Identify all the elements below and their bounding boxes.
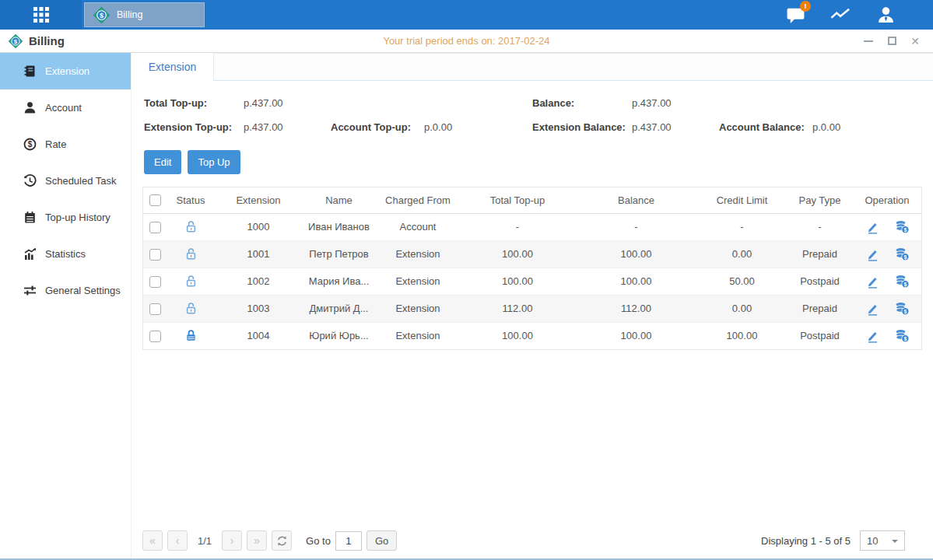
- sidebar-item-rate[interactable]: $ Rate: [0, 126, 131, 163]
- maximize-button[interactable]: [886, 36, 897, 47]
- row-checkbox[interactable]: [149, 276, 161, 288]
- column-status: Status: [167, 187, 215, 213]
- extension-table: Status Extension Name Charged From Total…: [142, 187, 922, 350]
- goto-label: Go to: [306, 535, 331, 547]
- top-up-coins-icon[interactable]: $: [895, 275, 910, 289]
- sliders-icon: [23, 284, 37, 297]
- cell-pay-type: Prepaid: [787, 240, 853, 268]
- row-checkbox[interactable]: [149, 303, 161, 315]
- sidebar-item-statistics[interactable]: Statistics: [0, 236, 131, 272]
- column-extension: Extension: [215, 187, 302, 213]
- chevron-down-icon: [892, 540, 898, 546]
- sidebar-item-account[interactable]: Account: [0, 89, 131, 126]
- table-row: 1001 Петр Петров Extension 100.00 100.00…: [143, 240, 921, 268]
- pagination-bar: « ‹ 1/1 › » Go to Go Displaying: [132, 526, 933, 558]
- extension-balance-value: p.437.00: [632, 121, 719, 133]
- cell-charged-from: Extension: [376, 295, 460, 322]
- cell-charged-from: Extension: [376, 322, 460, 349]
- minimize-button[interactable]: [863, 36, 874, 47]
- topbar-actions: !: [785, 0, 933, 30]
- unlocked-icon[interactable]: [184, 220, 198, 233]
- next-page-icon: ›: [230, 534, 234, 547]
- next-page-button[interactable]: ›: [222, 530, 242, 551]
- cell-charged-from: Account: [376, 213, 460, 240]
- sidebar: Extension Account $ Rate: [0, 53, 131, 558]
- unlocked-icon[interactable]: [184, 275, 198, 288]
- unlocked-icon[interactable]: [184, 247, 198, 261]
- minimize-icon: [864, 40, 873, 42]
- total-topup-label: Total Top-up:: [144, 97, 244, 109]
- go-button[interactable]: Go: [367, 530, 397, 551]
- column-credit-limit: Credit Limit: [697, 187, 787, 213]
- column-charged-from: Charged From: [376, 187, 460, 213]
- top-up-coins-icon[interactable]: $: [895, 329, 910, 343]
- account-topup-label: Account Top-up:: [331, 121, 424, 133]
- close-button[interactable]: ✕: [910, 36, 921, 47]
- sidebar-item-label: General Settings: [45, 285, 121, 296]
- first-page-button[interactable]: «: [142, 530, 163, 551]
- cell-pay-type: Prepaid: [787, 295, 853, 322]
- tab-strip-spacer: [214, 53, 933, 81]
- page-size-dropdown[interactable]: 10: [860, 530, 905, 551]
- sidebar-item-general-settings[interactable]: General Settings: [0, 272, 131, 309]
- account-topup-value: p.0.00: [424, 121, 511, 133]
- user-account-button[interactable]: [875, 5, 896, 25]
- table-row: 1002 Мария Ива... Extension 100.00 100.0…: [143, 268, 921, 295]
- cell-balance: -: [575, 213, 697, 240]
- cell-extension: 1000: [215, 213, 302, 240]
- cell-name: Юрий Юрь...: [302, 322, 376, 349]
- edit-button[interactable]: Edit: [144, 150, 181, 174]
- cell-name: Иван Иванов: [302, 213, 376, 240]
- row-checkbox[interactable]: [149, 331, 161, 342]
- sidebar-item-topup-history[interactable]: Top-up History: [0, 199, 131, 236]
- cell-balance: 100.00: [575, 268, 697, 295]
- cell-pay-type: -: [787, 213, 853, 240]
- unlocked-icon[interactable]: [184, 302, 198, 315]
- table-row: 1004 Юрий Юрь... Extension 100.00 100.00…: [143, 322, 921, 349]
- window-titlebar: $ Billing Your trial period ends on: 201…: [0, 30, 933, 53]
- tab-strip: Extension: [132, 53, 933, 81]
- cell-credit-limit: 50.00: [697, 268, 787, 295]
- top-up-coins-icon[interactable]: $: [895, 220, 910, 234]
- prev-page-button[interactable]: ‹: [167, 530, 188, 551]
- column-balance: Balance: [575, 187, 697, 213]
- taskbar-tab-billing[interactable]: $ Billing: [84, 2, 205, 27]
- goto-page-input[interactable]: [335, 531, 362, 551]
- row-checkbox[interactable]: [149, 222, 161, 233]
- user-icon: [876, 5, 896, 25]
- last-page-button[interactable]: »: [247, 530, 267, 551]
- notifications-button[interactable]: !: [785, 5, 805, 25]
- notification-badge: !: [800, 1, 811, 12]
- top-up-button[interactable]: Top Up: [188, 150, 240, 174]
- cell-credit-limit: 100.00: [697, 322, 787, 349]
- svg-text:$: $: [903, 308, 907, 314]
- app-launcher-button[interactable]: [0, 0, 82, 30]
- svg-text:$: $: [903, 226, 907, 233]
- refresh-button[interactable]: [272, 530, 292, 551]
- apps-grid-icon: [31, 5, 51, 25]
- window-title: Billing: [29, 34, 65, 47]
- cell-charged-from: Extension: [376, 240, 460, 268]
- sidebar-item-label: Scheduled Task: [45, 175, 117, 187]
- last-page-icon: »: [254, 534, 260, 547]
- edit-icon[interactable]: [865, 329, 879, 343]
- balance-summary: Total Top-up: p.437.00 Extension Top-up:…: [132, 81, 933, 142]
- account-balance-label: Account Balance:: [719, 121, 812, 133]
- edit-icon[interactable]: [865, 220, 879, 234]
- locked-icon[interactable]: [184, 329, 198, 342]
- row-checkbox[interactable]: [149, 249, 161, 261]
- cell-credit-limit: 0.00: [697, 240, 787, 268]
- sidebar-item-extension[interactable]: Extension: [0, 53, 131, 89]
- edit-icon[interactable]: [865, 247, 879, 261]
- resource-monitor-button[interactable]: [830, 5, 851, 25]
- svg-text:$: $: [100, 11, 103, 19]
- sidebar-item-scheduled-task[interactable]: Scheduled Task: [0, 163, 131, 199]
- taskbar-tab-label: Billing: [117, 9, 142, 20]
- svg-text:$: $: [903, 254, 907, 260]
- edit-icon[interactable]: [865, 302, 879, 316]
- edit-icon[interactable]: [865, 275, 879, 289]
- top-up-coins-icon[interactable]: $: [895, 302, 910, 316]
- tab-extension[interactable]: Extension: [132, 53, 214, 81]
- select-all-checkbox[interactable]: [149, 194, 161, 206]
- top-up-coins-icon[interactable]: $: [895, 247, 910, 261]
